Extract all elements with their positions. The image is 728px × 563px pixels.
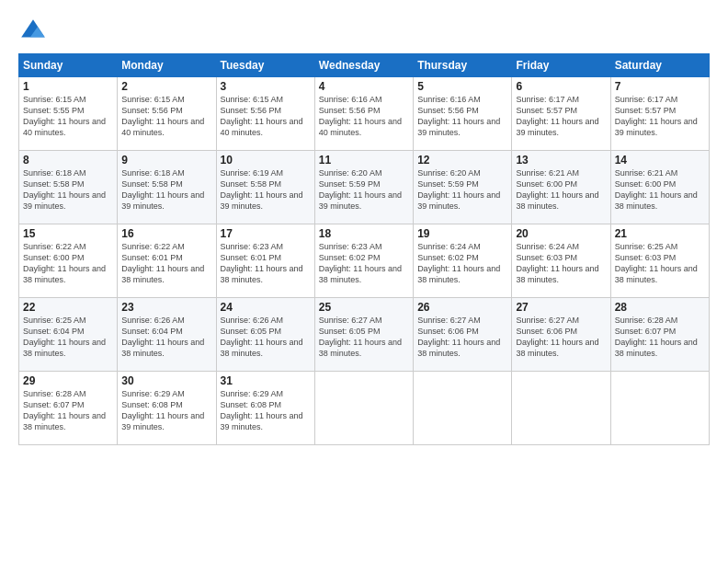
day-number: 12 xyxy=(417,154,507,167)
day-info: Sunrise: 6:28 AMSunset: 6:07 PMDaylight:… xyxy=(615,316,698,358)
day-number: 17 xyxy=(221,227,311,240)
day-number: 13 xyxy=(516,154,606,167)
calendar-cell: 27 Sunrise: 6:27 AMSunset: 6:06 PMDaylig… xyxy=(512,298,610,372)
day-info: Sunrise: 6:29 AMSunset: 6:08 PMDaylight:… xyxy=(221,389,303,431)
calendar-cell: 7 Sunrise: 6:17 AMSunset: 5:57 PMDayligh… xyxy=(610,77,709,151)
calendar-cell xyxy=(314,372,413,445)
day-number: 18 xyxy=(319,227,409,240)
day-number: 10 xyxy=(221,154,311,167)
day-info: Sunrise: 6:23 AMSunset: 6:01 PMDaylight:… xyxy=(221,242,303,284)
day-info: Sunrise: 6:20 AMSunset: 5:59 PMDaylight:… xyxy=(319,168,402,211)
day-info: Sunrise: 6:18 AMSunset: 5:58 PMDaylight:… xyxy=(121,168,204,211)
calendar-cell: 23 Sunrise: 6:26 AMSunset: 6:04 PMDaylig… xyxy=(118,298,216,372)
day-number: 31 xyxy=(221,374,311,387)
weekday-friday: Friday xyxy=(512,54,610,77)
day-info: Sunrise: 6:22 AMSunset: 6:01 PMDaylight:… xyxy=(121,242,204,284)
day-info: Sunrise: 6:29 AMSunset: 6:08 PMDaylight:… xyxy=(121,389,204,431)
day-info: Sunrise: 6:15 AMSunset: 5:56 PMDaylight:… xyxy=(121,95,204,137)
day-info: Sunrise: 6:20 AMSunset: 5:59 PMDaylight:… xyxy=(417,168,500,211)
calendar-cell: 15 Sunrise: 6:22 AMSunset: 6:00 PMDaylig… xyxy=(19,224,118,298)
day-number: 28 xyxy=(615,301,705,314)
day-number: 24 xyxy=(221,301,311,314)
day-info: Sunrise: 6:17 AMSunset: 5:57 PMDaylight:… xyxy=(615,95,698,137)
calendar-cell: 25 Sunrise: 6:27 AMSunset: 6:05 PMDaylig… xyxy=(314,298,413,372)
calendar-cell xyxy=(414,372,512,445)
day-info: Sunrise: 6:18 AMSunset: 5:58 PMDaylight:… xyxy=(23,168,106,211)
calendar-cell: 29 Sunrise: 6:28 AMSunset: 6:07 PMDaylig… xyxy=(19,372,118,445)
day-info: Sunrise: 6:15 AMSunset: 5:55 PMDaylight:… xyxy=(23,95,106,137)
calendar-cell: 17 Sunrise: 6:23 AMSunset: 6:01 PMDaylig… xyxy=(216,224,314,298)
day-info: Sunrise: 6:15 AMSunset: 5:56 PMDaylight:… xyxy=(221,95,303,137)
day-number: 25 xyxy=(319,301,409,314)
day-number: 16 xyxy=(121,227,211,240)
day-info: Sunrise: 6:24 AMSunset: 6:03 PMDaylight:… xyxy=(516,242,598,284)
day-info: Sunrise: 6:25 AMSunset: 6:04 PMDaylight:… xyxy=(23,316,106,358)
calendar-cell: 13 Sunrise: 6:21 AMSunset: 6:00 PMDaylig… xyxy=(512,151,610,224)
calendar-cell: 3 Sunrise: 6:15 AMSunset: 5:56 PMDayligh… xyxy=(216,77,314,151)
day-number: 1 xyxy=(23,80,113,93)
calendar-cell xyxy=(610,372,709,445)
calendar-cell: 26 Sunrise: 6:27 AMSunset: 6:06 PMDaylig… xyxy=(414,298,512,372)
calendar-cell: 6 Sunrise: 6:17 AMSunset: 5:57 PMDayligh… xyxy=(512,77,610,151)
calendar-cell: 28 Sunrise: 6:28 AMSunset: 6:07 PMDaylig… xyxy=(610,298,709,372)
day-number: 22 xyxy=(23,301,113,314)
calendar-cell: 8 Sunrise: 6:18 AMSunset: 5:58 PMDayligh… xyxy=(19,151,118,224)
day-number: 5 xyxy=(417,80,507,93)
day-number: 2 xyxy=(121,80,211,93)
day-number: 11 xyxy=(319,154,409,167)
day-number: 27 xyxy=(516,301,606,314)
day-number: 8 xyxy=(23,154,113,167)
week-row-3: 15 Sunrise: 6:22 AMSunset: 6:00 PMDaylig… xyxy=(19,224,710,298)
week-row-2: 8 Sunrise: 6:18 AMSunset: 5:58 PMDayligh… xyxy=(19,151,710,224)
weekday-wednesday: Wednesday xyxy=(314,54,413,77)
day-info: Sunrise: 6:23 AMSunset: 6:02 PMDaylight:… xyxy=(319,242,402,284)
calendar-cell: 16 Sunrise: 6:22 AMSunset: 6:01 PMDaylig… xyxy=(118,224,216,298)
day-number: 15 xyxy=(23,227,113,240)
calendar-cell: 22 Sunrise: 6:25 AMSunset: 6:04 PMDaylig… xyxy=(19,298,118,372)
calendar-cell: 5 Sunrise: 6:16 AMSunset: 5:56 PMDayligh… xyxy=(414,77,512,151)
day-number: 26 xyxy=(417,301,507,314)
weekday-tuesday: Tuesday xyxy=(216,54,314,77)
calendar-cell: 21 Sunrise: 6:25 AMSunset: 6:03 PMDaylig… xyxy=(610,224,709,298)
day-number: 23 xyxy=(121,301,211,314)
day-number: 4 xyxy=(319,80,409,93)
calendar-cell: 9 Sunrise: 6:18 AMSunset: 5:58 PMDayligh… xyxy=(118,151,216,224)
day-info: Sunrise: 6:16 AMSunset: 5:56 PMDaylight:… xyxy=(417,95,500,137)
calendar-cell: 4 Sunrise: 6:16 AMSunset: 5:56 PMDayligh… xyxy=(314,77,413,151)
day-info: Sunrise: 6:26 AMSunset: 6:05 PMDaylight:… xyxy=(221,316,303,358)
page: SundayMondayTuesdayWednesdayThursdayFrid… xyxy=(0,0,728,563)
calendar-cell: 11 Sunrise: 6:20 AMSunset: 5:59 PMDaylig… xyxy=(314,151,413,224)
day-info: Sunrise: 6:27 AMSunset: 6:06 PMDaylight:… xyxy=(417,316,500,358)
day-number: 6 xyxy=(516,80,606,93)
calendar-cell: 19 Sunrise: 6:24 AMSunset: 6:02 PMDaylig… xyxy=(414,224,512,298)
day-info: Sunrise: 6:22 AMSunset: 6:00 PMDaylight:… xyxy=(23,242,106,284)
calendar-cell: 10 Sunrise: 6:19 AMSunset: 5:58 PMDaylig… xyxy=(216,151,314,224)
weekday-saturday: Saturday xyxy=(610,54,709,77)
calendar-table: SundayMondayTuesdayWednesdayThursdayFrid… xyxy=(18,53,710,445)
day-info: Sunrise: 6:28 AMSunset: 6:07 PMDaylight:… xyxy=(23,389,106,431)
day-number: 7 xyxy=(615,80,705,93)
day-info: Sunrise: 6:26 AMSunset: 6:04 PMDaylight:… xyxy=(121,316,204,358)
day-info: Sunrise: 6:21 AMSunset: 6:00 PMDaylight:… xyxy=(516,168,598,211)
day-number: 9 xyxy=(121,154,211,167)
calendar-cell: 20 Sunrise: 6:24 AMSunset: 6:03 PMDaylig… xyxy=(512,224,610,298)
day-number: 14 xyxy=(615,154,705,167)
day-info: Sunrise: 6:17 AMSunset: 5:57 PMDaylight:… xyxy=(516,95,598,137)
week-row-5: 29 Sunrise: 6:28 AMSunset: 6:07 PMDaylig… xyxy=(19,372,710,445)
header xyxy=(18,17,710,46)
calendar-cell: 18 Sunrise: 6:23 AMSunset: 6:02 PMDaylig… xyxy=(314,224,413,298)
weekday-thursday: Thursday xyxy=(414,54,512,77)
logo xyxy=(18,17,51,46)
day-number: 3 xyxy=(221,80,311,93)
day-info: Sunrise: 6:21 AMSunset: 6:00 PMDaylight:… xyxy=(615,168,698,211)
calendar-cell: 1 Sunrise: 6:15 AMSunset: 5:55 PMDayligh… xyxy=(19,77,118,151)
day-number: 19 xyxy=(417,227,507,240)
calendar-cell: 24 Sunrise: 6:26 AMSunset: 6:05 PMDaylig… xyxy=(216,298,314,372)
calendar-cell: 14 Sunrise: 6:21 AMSunset: 6:00 PMDaylig… xyxy=(610,151,709,224)
weekday-sunday: Sunday xyxy=(19,54,118,77)
day-info: Sunrise: 6:16 AMSunset: 5:56 PMDaylight:… xyxy=(319,95,402,137)
day-number: 20 xyxy=(516,227,606,240)
day-number: 29 xyxy=(23,374,113,387)
day-number: 21 xyxy=(615,227,705,240)
day-number: 30 xyxy=(121,374,211,387)
